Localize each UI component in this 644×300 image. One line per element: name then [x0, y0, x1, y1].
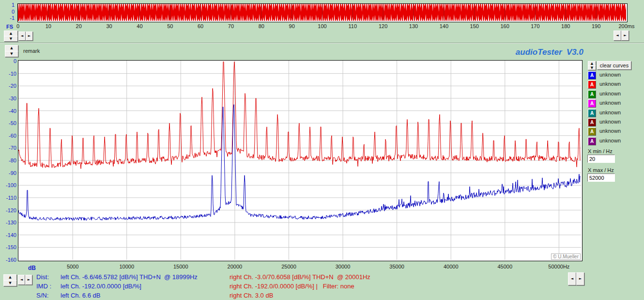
status-left-channel: left Ch. 6.6 dB — [61, 292, 100, 299]
status-right-scroll-left-button[interactable]: ◄ — [568, 272, 576, 285]
spectrum-plot — [18, 61, 581, 260]
legend-item-label: unknown — [599, 91, 621, 96]
legend-item-label: unknown — [599, 81, 621, 87]
legend-item-label: unknown — [599, 100, 621, 106]
osc-right-scroll-left-button[interactable]: ◄ — [613, 31, 621, 41]
time-tick: 160 — [494, 23, 516, 29]
x-min-input[interactable] — [587, 155, 615, 163]
legend-color-button[interactable]: A — [588, 137, 596, 145]
status-right-scroll-right-button[interactable]: ► — [576, 272, 584, 285]
freq-tick: 25000 — [272, 264, 306, 269]
freq-tick: 50000Hz — [542, 264, 576, 269]
db-tick: -150 — [0, 244, 16, 250]
remark-spinner-down-button[interactable]: ▼ — [5, 51, 18, 57]
audiotester-window: 10-1 FS 01020304050607080901001101201301… — [0, 0, 644, 300]
status-row: S/N:left Ch. 6.6 dBright Ch. 3.0 dB — [0, 292, 644, 300]
time-tick: 120 — [372, 23, 394, 29]
db-tick: -130 — [0, 220, 16, 225]
db-tick: -80 — [0, 158, 16, 163]
legend-item-label: unknown — [599, 128, 621, 134]
freq-tick: 10000 — [110, 264, 144, 269]
spectrum-display: © U.Mueller — [18, 60, 583, 261]
time-tick: 20 — [68, 23, 90, 29]
db-tick: -40 — [0, 108, 16, 114]
right-channel-spectrum — [18, 62, 580, 169]
osc-scroll-right-button[interactable]: ► — [26, 32, 33, 41]
osc-y-tick: 0 — [0, 9, 15, 15]
time-tick: 80 — [251, 23, 272, 29]
status-right-channel: right Ch. -3.0/70.6058 [dB/%] THD+N @ 20… — [230, 273, 370, 281]
time-tick: 60 — [190, 23, 211, 29]
db-tick: 0 — [0, 58, 16, 64]
time-tick: 30 — [99, 23, 120, 29]
status-row-name: Dist: — [36, 273, 49, 281]
db-tick: -20 — [0, 83, 16, 89]
freq-tick: 15000 — [164, 264, 198, 269]
time-tick: 10 — [38, 23, 59, 29]
legend-color-button[interactable]: A — [588, 90, 596, 98]
db-tick: -30 — [0, 95, 16, 101]
x-min-label: X min / Hz — [588, 148, 613, 154]
legend-item-label: unknown — [599, 119, 621, 125]
section-divider — [0, 43, 644, 43]
db-tick: -70 — [0, 145, 16, 151]
legend-color-button[interactable]: A — [588, 127, 596, 136]
osc-spinner-down-button[interactable]: ▼ — [4, 36, 18, 42]
db-unit-label: dB — [28, 265, 36, 271]
watermark: © U.Mueller — [551, 253, 581, 260]
status-right-channel: right Ch. 3.0 dB — [230, 292, 273, 299]
time-tick: 130 — [403, 23, 424, 29]
status-row: Dist:left Ch. -6.6/46.5782 [dB/%] THD+N … — [0, 273, 644, 282]
time-tick: 70 — [220, 23, 242, 29]
status-left-channel: left Ch. -192.0/0.0000 [dB/%] — [61, 283, 141, 290]
osc-y-tick: 1 — [0, 2, 15, 8]
freq-tick: 35000 — [380, 264, 414, 269]
time-tick: 200ms — [616, 23, 637, 29]
legend-color-button[interactable]: A — [588, 99, 596, 108]
db-tick: -100 — [0, 182, 16, 188]
time-tick: 110 — [342, 23, 363, 29]
status-left-channel: left Ch. -6.6/46.5782 [dB/%] THD+N @ 189… — [61, 273, 198, 281]
osc-right-scroll-right-button[interactable]: ► — [621, 31, 629, 41]
db-tick: -10 — [0, 71, 16, 77]
legend-spinner-down-button[interactable]: ▼ — [588, 65, 596, 70]
freq-tick: 45000 — [488, 264, 522, 269]
time-tick: 190 — [585, 23, 607, 29]
osc-y-tick: -1 — [0, 15, 15, 21]
time-tick: 180 — [555, 23, 576, 29]
db-tick: -120 — [0, 207, 16, 213]
legend-item-label: unknown — [599, 72, 621, 78]
legend-color-button[interactable]: A — [588, 71, 596, 79]
time-tick: 0 — [7, 23, 29, 29]
time-tick: 90 — [281, 23, 303, 29]
legend-item-label: unknown — [599, 138, 621, 143]
db-tick: -140 — [0, 232, 16, 238]
freq-tick: 20000 — [218, 264, 252, 269]
legend-color-button[interactable]: A — [588, 80, 596, 89]
time-tick: 170 — [524, 23, 546, 29]
legend-color-button[interactable]: A — [588, 118, 596, 126]
time-tick: 100 — [312, 23, 333, 29]
clear-curves-button[interactable]: clear curves — [597, 61, 631, 70]
waveform-display — [17, 3, 628, 22]
db-tick: -160 — [0, 257, 16, 263]
db-tick: -90 — [0, 170, 16, 176]
status-row-name: S/N: — [36, 292, 48, 299]
freq-tick: 40000 — [434, 264, 468, 269]
x-max-label: X max / Hz — [588, 167, 614, 173]
time-tick: 140 — [433, 23, 455, 29]
osc-scroll-left-button[interactable]: ◄ — [18, 32, 26, 41]
status-row-name: IMD : — [36, 283, 51, 290]
x-max-input[interactable] — [587, 174, 615, 182]
status-row: IMD :left Ch. -192.0/0.0000 [dB/%]right … — [0, 283, 644, 291]
time-tick: 50 — [159, 23, 181, 29]
time-tick: 150 — [464, 23, 485, 29]
waveform-plot — [18, 4, 626, 21]
freq-tick: 30000 — [326, 264, 360, 269]
status-right-channel: right Ch. -192.0/0.0000 [dB/%] | Filter:… — [230, 283, 354, 290]
legend-item-label: unknown — [599, 110, 621, 115]
freq-tick: 5000 — [56, 264, 90, 269]
legend-color-button[interactable]: A — [588, 109, 596, 117]
db-tick: -50 — [0, 120, 16, 126]
remark-label: remark — [23, 48, 40, 54]
